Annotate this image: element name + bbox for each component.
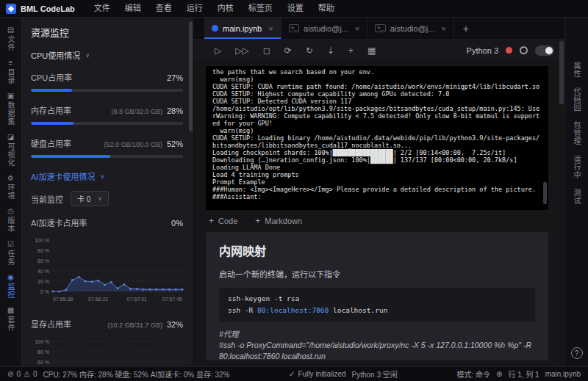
sidebar-item-dataset[interactable]: ▣数据集 [7, 88, 15, 129]
md-italic-block: #代理#ssh -o ProxyCommand="/home/aistudio/… [219, 329, 535, 360]
kernel-name[interactable]: Python 3 [467, 46, 498, 55]
kernel-area: Python 3 [467, 46, 554, 56]
output-line: CUDA SETUP: Loading binary /home/aistudi… [212, 134, 542, 149]
tab-main-ipynb[interactable]: main.ipynb× [204, 18, 282, 39]
new-tab-button[interactable]: + [454, 18, 478, 39]
svg-text:100 %: 100 % [35, 339, 49, 344]
sidebar-item-toc[interactable]: ≡目录 [7, 55, 15, 88]
status-bar: ⊘0⚠0 CPU: 27% 内存: 28% 硬盘: 52% AI加速卡: 0% … [0, 366, 588, 381]
output-line: ###Human: <Img><ImageHere></Img> Please … [212, 186, 542, 200]
menu-help[interactable]: 帮助 [311, 0, 342, 17]
right-tab-test[interactable]: 测试 [573, 189, 581, 205]
svg-text:40 %: 40 % [37, 269, 49, 274]
markdown-cell[interactable]: 内网映射 启动一个新的终端，运行以下指令 ssh-keygen -t rsass… [206, 232, 548, 360]
svg-text:100 %: 100 % [35, 238, 49, 243]
kernel-status[interactable]: Python 3:空闲 [352, 369, 398, 380]
tab-label: aistudio@j... [304, 24, 348, 33]
sidebar-item-label: 套件 [7, 316, 15, 332]
output-line: Loading LLAMA Done [212, 164, 542, 171]
menubar: BML CodeLab 文件编辑查看运行内核标签页设置帮助 [0, 0, 588, 18]
panel-scrollbar[interactable] [189, 21, 193, 131]
gpu-util-label: AI加速卡占用率 [31, 217, 87, 228]
version-icon: ◷ [7, 207, 14, 215]
progress-bar-cpu [31, 89, 183, 92]
stop-icon[interactable]: ◻ [263, 46, 270, 55]
output-line: Load 4 training prompts [212, 171, 542, 178]
output-scrollbar[interactable] [543, 182, 547, 204]
metric-list: CPU占用率27%内存占用率(8.8 GB/32.0 GB)28%硬盘占用率(5… [31, 71, 183, 158]
run-icon[interactable]: ▷ [215, 46, 221, 55]
chevron-down-icon: ∨ [85, 52, 90, 59]
sidebar-item-tasks[interactable]: ☑任务 [7, 236, 15, 269]
add-code-button[interactable]: +Code [209, 216, 237, 226]
run-all-icon[interactable]: ▷▷ [235, 46, 248, 55]
metric-value: 27% [167, 73, 183, 82]
restart-icon[interactable]: ⟳ [284, 46, 292, 55]
menu-edit[interactable]: 编辑 [118, 0, 148, 17]
output-line: warn(msg) [212, 127, 542, 134]
globe-icon[interactable]: ⊕ [496, 370, 502, 378]
right-tab-properties[interactable]: 属性 [573, 62, 581, 78]
kernel-ring-icon[interactable] [520, 46, 528, 54]
cell-output[interactable]: the paths that we search based on your e… [206, 66, 548, 210]
warning-counter[interactable]: ⚠0 [24, 370, 37, 378]
sidebar-item-label: 监控 [7, 283, 15, 299]
dataset-icon: ▣ [7, 92, 14, 100]
sidebar-item-files[interactable]: ▤文件 [7, 22, 15, 55]
cursor-position[interactable]: 行 1, 列 1 [508, 369, 539, 380]
output-line: Loading checkpoint shards: 100%|████████… [212, 149, 542, 156]
tab-terminal-2[interactable]: >_aistudio@j...× [368, 18, 454, 39]
grid-icon[interactable]: ▦ [368, 46, 376, 55]
cpu-section-header[interactable]: CPU使用情况 ∨ [31, 49, 183, 61]
menu-run[interactable]: 运行 [179, 0, 210, 17]
sidebar-item-visualization[interactable]: ◪可视化 [7, 129, 15, 170]
menu-kernel[interactable]: 内核 [210, 0, 241, 17]
toolbar-icons: ▷▷▷◻⟳↻⇣+▦ [215, 46, 376, 55]
add-cell-icon[interactable]: + [348, 46, 354, 55]
close-icon[interactable]: × [355, 24, 359, 33]
menu-view[interactable]: 查看 [148, 0, 179, 17]
right-tab-running[interactable]: 运行中 [573, 155, 581, 179]
progress-bar-memory [31, 122, 183, 125]
sidebar-item-monitor[interactable]: ◉监控 [7, 269, 15, 302]
menu-file[interactable]: 文件 [87, 0, 118, 17]
close-icon[interactable]: × [268, 24, 273, 33]
notebook-scrollbar[interactable] [559, 41, 564, 104]
sidebar-item-version[interactable]: ◷版本 [7, 203, 15, 236]
right-tab-packages[interactable]: 包管理 [573, 121, 581, 145]
resource-monitor-panel: 资源监控 CPU使用情况 ∨ CPU占用率27%内存占用率(8.8 GB/32.… [22, 18, 194, 366]
editor-area: main.ipynb×>_aistudio@j...×>_aistudio@j.… [194, 18, 564, 366]
gpu-util-value: 0% [171, 219, 183, 228]
metric-memory: 内存占用率(8.8 GB/32.0 GB)28% [31, 104, 183, 125]
card-select[interactable]: 卡 0 ∨ [71, 191, 109, 206]
error-counter[interactable]: ⊘0 [7, 370, 21, 378]
save-icon[interactable]: ⇣ [327, 46, 334, 55]
init-status: ✓ Fully initialized [289, 370, 345, 378]
svg-text:0 %: 0 % [40, 289, 49, 294]
code-block: ssh-keygen -t rsassh -R 80:localhost:786… [219, 288, 535, 322]
warning-icon: ⚠ [24, 370, 30, 378]
sidebar-item-environment[interactable]: ⚙环境 [7, 170, 15, 203]
add-markdown-button[interactable]: +Markdown [255, 216, 302, 226]
help-icon[interactable]: ? [571, 347, 583, 359]
toc-icon: ≡ [9, 59, 13, 67]
close-icon[interactable]: × [441, 24, 445, 33]
right-tab-code-garden[interactable]: 代码园 [573, 87, 581, 112]
tab-terminal-1[interactable]: >_aistudio@j...× [282, 18, 368, 39]
ai-section-header[interactable]: AI加速卡使用情况 ∨ [31, 170, 183, 182]
refresh-icon[interactable]: ↻ [306, 46, 313, 55]
current-monitor-label: 当前监控 [31, 193, 63, 205]
menu-items: 文件编辑查看运行内核标签页设置帮助 [87, 0, 342, 17]
environment-icon: ⚙ [7, 174, 14, 182]
svg-text:07:57:01: 07:57:01 [127, 297, 147, 302]
activity-bar: ▤文件≡目录▣数据集◪可视化⚙环境◷版本☑任务◉监控▩套件 [0, 18, 22, 366]
output-line: the paths that we search based on your e… [212, 68, 542, 76]
mode-indicator[interactable]: 模式: 命令 [456, 369, 490, 380]
sidebar-item-suite[interactable]: ▩套件 [7, 302, 15, 335]
menu-tabs[interactable]: 标签页 [241, 0, 280, 17]
files-icon: ▤ [7, 26, 14, 34]
menu-settings[interactable]: 设置 [280, 0, 311, 17]
suite-icon: ▩ [7, 306, 14, 314]
toggle-switch[interactable] [535, 46, 554, 56]
sidebar-item-label: 任务 [7, 250, 15, 266]
